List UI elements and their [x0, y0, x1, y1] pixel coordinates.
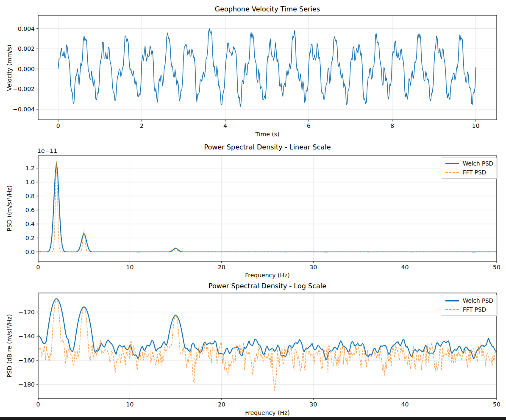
axes-box	[38, 15, 497, 120]
x-tick-label: 40	[401, 401, 409, 408]
y-tick-label: −140	[19, 333, 35, 340]
timeseries-ylabel: Velocity (mm/s)	[6, 44, 13, 91]
y-tick-label: −0.002	[13, 86, 35, 92]
y-tick-label: 0.000	[18, 66, 35, 72]
fft-psd-line-linear	[38, 161, 497, 252]
psd-linear-legend: Welch PSD FFT PSD	[441, 158, 498, 179]
y-tick-label: −120	[19, 309, 35, 315]
psd-log-title: Power Spectral Density - Log Scale	[38, 282, 497, 290]
y-tick-label: 1.0	[25, 179, 35, 185]
x-tick-label: 10	[472, 122, 480, 129]
legend-label-welch: Welch PSD	[463, 161, 493, 167]
y-tick-label: 0.002	[18, 45, 35, 52]
plots-canvas: 02468100.0040.0020.000−0.002−0.004010203…	[0, 0, 506, 420]
x-tick-label: 0	[36, 401, 40, 408]
welch-line-sample-icon	[445, 163, 459, 164]
fft-line-sample-icon	[445, 309, 459, 310]
grid-lines	[38, 15, 497, 120]
grid-lines	[38, 156, 497, 261]
psd-linear-offset-text: 1e−11	[37, 147, 57, 154]
x-tick-label: 2	[140, 122, 144, 129]
x-tick-label: 40	[401, 264, 409, 271]
y-tick-label: 0.2	[25, 235, 35, 241]
x-tick-label: 0	[56, 122, 60, 129]
welch-line-sample-icon	[445, 300, 459, 301]
timeseries-plot: 02468100.0040.0020.000−0.002−0.004	[13, 15, 497, 129]
tick-marks	[36, 312, 497, 400]
y-tick-label: −180	[19, 381, 35, 388]
legend-entry-welch: Welch PSD	[445, 161, 493, 167]
x-tick-label: 6	[307, 122, 311, 129]
legend-label-fft: FFT PSD	[463, 170, 486, 176]
y-tick-label: −160	[19, 357, 35, 364]
y-tick-label: 0.8	[25, 193, 35, 199]
x-tick-label: 10	[126, 264, 133, 271]
psd-log-xlabel: Frequency (Hz)	[38, 409, 497, 416]
tick-marks	[36, 168, 497, 263]
x-tick-label: 20	[218, 264, 225, 271]
legend-label-fft: FFT PSD	[463, 307, 486, 313]
psd-log-plot: 01020304050−120−140−160−180	[19, 293, 500, 408]
axes-box	[38, 293, 497, 398]
legend-entry-welch: Welch PSD	[445, 298, 493, 304]
x-tick-label: 30	[309, 264, 317, 271]
psd-linear-ylabel: PSD ((m/s)²/Hz)	[6, 185, 13, 231]
y-tick-label: 1.2	[25, 165, 35, 171]
psd-log-legend: Welch PSD FFT PSD	[441, 295, 498, 316]
tick-labels: 01020304050−120−140−160−180	[19, 309, 500, 408]
welch-psd-line-linear	[38, 163, 497, 252]
x-tick-label: 30	[309, 401, 317, 408]
x-tick-label: 8	[390, 122, 394, 129]
matplotlib-figure: 02468100.0040.0020.000−0.002−0.004010203…	[0, 0, 506, 420]
x-tick-label: 0	[36, 264, 40, 271]
psd-linear-xlabel: Frequency (Hz)	[38, 272, 497, 279]
tick-labels: 010203040500.00.20.40.60.81.01.2	[25, 165, 500, 271]
x-tick-label: 50	[493, 401, 500, 408]
legend-label-welch: Welch PSD	[463, 298, 493, 304]
y-tick-label: 0.004	[18, 25, 35, 32]
psd-log-ylabel: PSD (dB re (m/s)²/Hz)	[6, 314, 13, 378]
y-tick-label: −0.004	[13, 106, 35, 113]
psd-linear-title: Power Spectral Density - Linear Scale	[38, 143, 497, 151]
x-tick-label: 20	[218, 401, 225, 408]
legend-entry-fft: FFT PSD	[445, 307, 493, 313]
window-bottom-edge-bar	[0, 417, 506, 420]
velocity-trace	[58, 29, 475, 107]
timeseries-xlabel: Time (s)	[38, 131, 497, 138]
x-tick-label: 50	[493, 264, 500, 271]
tick-labels: 02468100.0040.0020.000−0.002−0.004	[13, 25, 479, 129]
legend-entry-fft: FFT PSD	[445, 170, 493, 176]
y-tick-label: 0.6	[25, 207, 35, 213]
fft-line-sample-icon	[445, 172, 459, 173]
x-tick-label: 4	[223, 122, 227, 129]
fft-psd-line-log	[38, 298, 497, 390]
y-tick-label: 0.0	[25, 249, 35, 255]
axes-box	[38, 156, 497, 261]
y-tick-label: 0.4	[25, 221, 35, 227]
psd-linear-plot: 010203040500.00.20.40.60.81.01.2	[25, 156, 500, 271]
timeseries-title: Geophone Velocity Time Series	[38, 5, 497, 13]
x-tick-label: 10	[126, 401, 133, 408]
grid-lines	[38, 293, 497, 398]
